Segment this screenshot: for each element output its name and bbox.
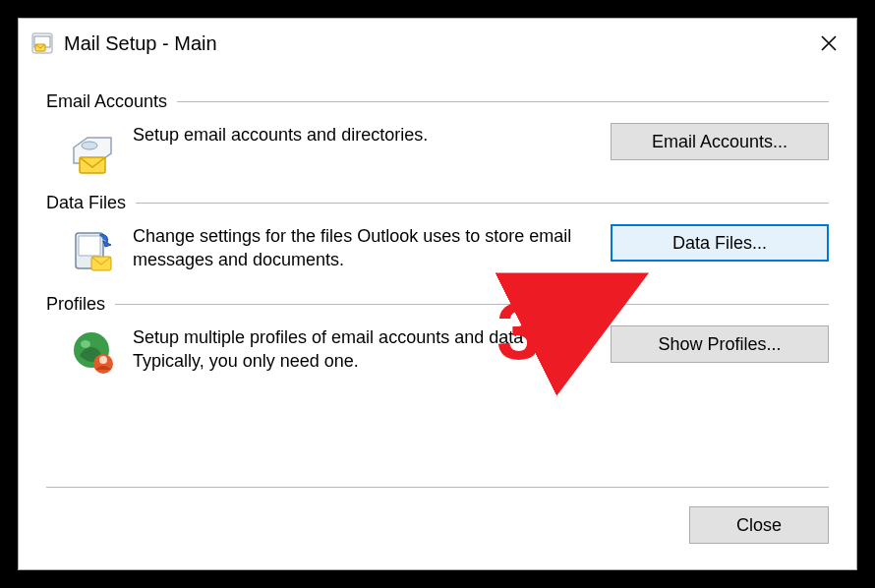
window-close-button[interactable]	[809, 27, 848, 60]
svg-point-3	[82, 142, 97, 149]
show-profiles-button[interactable]: Show Profiles...	[611, 325, 829, 363]
group-profiles: Profiles Setup multiple profiles of emai…	[46, 294, 829, 378]
group-header: Email Accounts	[46, 91, 829, 112]
data-files-icon	[68, 225, 119, 276]
titlebar: Mail Setup - Main	[19, 19, 856, 68]
group-email-accounts: Email Accounts Setup email accounts and …	[46, 91, 829, 175]
divider	[136, 203, 829, 204]
close-icon	[820, 34, 838, 52]
svg-point-11	[99, 356, 107, 364]
email-accounts-icon	[68, 124, 119, 175]
dialog-footer: Close	[46, 487, 829, 544]
email-accounts-button[interactable]: Email Accounts...	[611, 123, 829, 160]
data-files-description: Change settings for the files Outlook us…	[133, 223, 611, 272]
email-accounts-description: Setup email accounts and directories.	[133, 122, 611, 147]
close-button[interactable]: Close	[689, 506, 829, 544]
svg-point-9	[81, 340, 90, 348]
dialog-content: Email Accounts Setup email accounts and …	[19, 68, 856, 378]
group-title: Email Accounts	[46, 91, 167, 112]
profiles-icon	[68, 326, 119, 378]
group-title: Profiles	[46, 294, 105, 315]
group-data-files: Data Files Change settings for the files…	[46, 193, 829, 276]
mail-setup-dialog: Mail Setup - Main Email Accounts	[18, 18, 857, 570]
group-title: Data Files	[46, 193, 126, 213]
group-header: Profiles	[46, 294, 829, 315]
mail-setup-icon	[30, 31, 54, 55]
profiles-description: Setup multiple profiles of email account…	[133, 324, 611, 374]
window-title: Mail Setup - Main	[64, 32, 217, 55]
svg-rect-6	[79, 236, 100, 256]
divider	[46, 487, 829, 488]
group-header: Data Files	[46, 193, 829, 213]
data-files-button[interactable]: Data Files...	[611, 224, 829, 262]
divider	[115, 304, 829, 305]
divider	[177, 101, 829, 102]
